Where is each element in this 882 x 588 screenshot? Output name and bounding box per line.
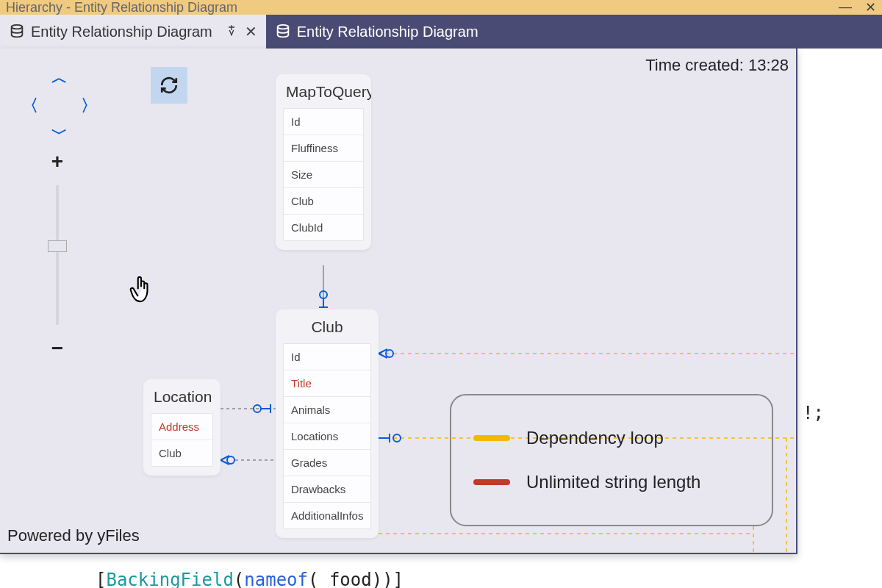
zoom-in-button[interactable]: + xyxy=(51,151,63,172)
diagram-canvas[interactable]: Time created: 13:28 Powered by yFiles ︿ … xyxy=(0,49,797,554)
entity-field[interactable]: Size xyxy=(284,162,363,188)
zoom-slider-thumb[interactable] xyxy=(48,240,67,252)
svg-point-0 xyxy=(12,25,23,29)
code-text: ( food))] xyxy=(308,570,404,588)
minimize-icon[interactable]: — xyxy=(839,0,852,15)
legend-row: Unlimited string length xyxy=(473,472,750,492)
entity-field[interactable]: Animals xyxy=(284,397,370,423)
entity-field[interactable]: Locations xyxy=(284,423,370,450)
tab-label: Entity Relationship Diagram xyxy=(297,24,478,40)
refresh-button[interactable] xyxy=(151,67,187,104)
entity-title: Club xyxy=(276,309,379,343)
entity-maptoquery[interactable]: MapToQuery Id Fluffiness Size Club ClubI… xyxy=(276,74,371,250)
entity-field[interactable]: Id xyxy=(284,344,370,370)
close-icon[interactable]: ✕ xyxy=(245,23,257,40)
entity-club[interactable]: Club Id Title Animals Locations Grades D… xyxy=(276,309,379,538)
zoom-controls: + − xyxy=(43,151,72,359)
entity-location[interactable]: Location Address Club xyxy=(143,379,220,476)
pan-left-button[interactable]: 〈 xyxy=(22,95,38,117)
entity-title: MapToQuery xyxy=(276,74,371,108)
entity-field[interactable]: Fluffiness xyxy=(284,135,363,162)
legend-row: Dependency loop xyxy=(473,428,750,448)
zoom-slider-track[interactable] xyxy=(56,185,59,325)
legend-box: Dependency loop Unlimited string length xyxy=(450,394,773,526)
svg-line-12 xyxy=(220,460,229,465)
code-text: ( xyxy=(234,570,244,588)
entity-field[interactable]: Id xyxy=(284,109,363,135)
entity-fields: Address Club xyxy=(151,413,213,467)
svg-point-21 xyxy=(393,434,401,442)
entity-field[interactable]: Drawbacks xyxy=(284,476,370,503)
pin-icon[interactable] xyxy=(226,23,237,40)
entity-fields: Id Fluffiness Size Club ClubId xyxy=(283,108,364,241)
svg-point-1 xyxy=(277,25,288,29)
zoom-out-button[interactable]: − xyxy=(51,338,63,359)
svg-line-17 xyxy=(379,354,387,358)
window-title: Hierarchy - Entity Relationship Diagram xyxy=(6,0,237,15)
database-icon xyxy=(275,24,291,40)
legend-swatch-red xyxy=(473,479,510,485)
hand-cursor-icon xyxy=(129,276,154,312)
tab-erd-inactive[interactable]: Entity Relationship Diagram xyxy=(266,15,487,49)
svg-point-7 xyxy=(254,405,261,412)
close-window-icon[interactable]: ✕ xyxy=(865,0,876,15)
svg-line-16 xyxy=(379,349,387,354)
entity-field[interactable]: ClubId xyxy=(284,215,363,240)
legend-label: Unlimited string length xyxy=(526,472,700,492)
time-created-label: Time created: 13:28 xyxy=(645,56,789,75)
pan-right-button[interactable]: 〉 xyxy=(81,95,97,117)
entity-field[interactable]: AdditionalInfos xyxy=(284,503,370,528)
code-kw: nameof xyxy=(244,570,308,588)
tab-erd-active[interactable]: Entity Relationship Diagram ✕ xyxy=(0,15,266,49)
entity-field[interactable]: Club xyxy=(284,188,363,215)
code-fn: BackingField xyxy=(106,570,233,588)
svg-point-3 xyxy=(320,291,327,298)
tab-label: Entity Relationship Diagram xyxy=(31,24,212,40)
code-text: [ xyxy=(96,570,106,588)
svg-point-15 xyxy=(386,350,393,357)
entity-fields: Id Title Animals Locations Grades Drawba… xyxy=(283,343,371,529)
pan-up-button[interactable]: ︿ xyxy=(51,67,68,89)
legend-swatch-yellow xyxy=(473,435,510,441)
titlebar: Hierarchy - Entity Relationship Diagram … xyxy=(0,0,882,15)
entity-title: Location xyxy=(143,379,220,413)
database-icon xyxy=(9,24,25,40)
svg-point-10 xyxy=(227,456,234,464)
entity-field[interactable]: Grades xyxy=(284,450,370,476)
entity-field[interactable]: Title xyxy=(284,370,370,397)
entity-field[interactable]: Club xyxy=(151,440,212,466)
entity-field[interactable]: Address xyxy=(151,414,212,440)
svg-line-11 xyxy=(220,456,229,460)
pan-down-button[interactable]: ﹀ xyxy=(51,123,68,145)
powered-by-label: Powered by yFiles xyxy=(7,526,140,545)
tabbar: Entity Relationship Diagram ✕ Entity Rel… xyxy=(0,15,882,49)
stray-text: !; xyxy=(803,403,824,423)
legend-label: Dependency loop xyxy=(526,428,664,448)
code-snippet: [BackingField(nameof( food))] xyxy=(96,570,404,588)
